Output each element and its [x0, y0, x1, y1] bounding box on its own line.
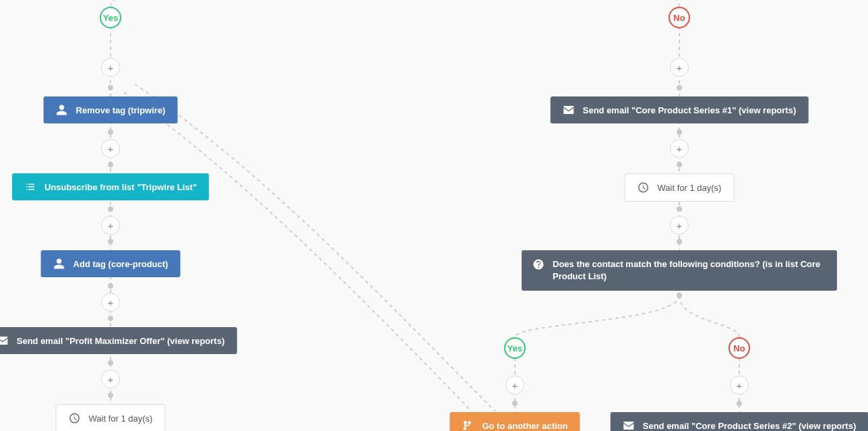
send-email-profit-node[interactable]: Send email "Profit Maximizer Offer" (vie…	[0, 327, 237, 354]
add-step-button[interactable]: +	[670, 58, 689, 77]
decision-no[interactable]: No	[669, 7, 690, 28]
question-icon	[532, 258, 545, 270]
add-step-button[interactable]: +	[670, 216, 689, 235]
decision-no[interactable]: No	[728, 337, 750, 359]
add-step-button[interactable]: +	[505, 376, 524, 395]
decision-yes[interactable]: Yes	[504, 337, 526, 359]
envelope-icon	[563, 104, 575, 116]
wait-node[interactable]: Wait for 1 day(s)	[625, 173, 735, 202]
add-step-button[interactable]: +	[101, 293, 120, 312]
send-email-2-node[interactable]: Send email "Core Product Series #2" (vie…	[611, 412, 868, 431]
clock-icon	[638, 181, 650, 194]
add-step-button[interactable]: +	[101, 139, 120, 158]
unsubscribe-node[interactable]: Unsubscribe from list "Tripwire List"	[12, 173, 209, 200]
envelope-icon	[0, 335, 9, 347]
remove-tag-label: Remove tag (tripwire)	[76, 105, 166, 115]
add-step-button[interactable]: +	[730, 376, 749, 395]
send-email-1-label: Send email "Core Product Series #1" (vie…	[583, 105, 797, 115]
decision-yes[interactable]: Yes	[100, 7, 121, 28]
add-step-button[interactable]: +	[101, 216, 120, 235]
wait-label: Wait for 1 day(s)	[658, 183, 722, 193]
add-tag-label: Add tag (core-product)	[73, 259, 168, 269]
unsubscribe-label: Unsubscribe from list "Tripwire List"	[44, 182, 197, 192]
list-icon	[24, 181, 36, 193]
condition-label: Does the contact match the following con…	[553, 258, 826, 283]
envelope-icon	[623, 420, 635, 431]
wait-label: Wait for 1 day(s)	[89, 413, 153, 424]
add-step-button[interactable]: +	[670, 139, 689, 158]
branch-icon	[462, 420, 474, 431]
send-email-profit-label: Send email "Profit Maximizer Offer" (vie…	[17, 336, 225, 346]
user-tag-icon	[53, 258, 65, 270]
add-step-button[interactable]: +	[101, 58, 120, 77]
goto-label: Go to another action	[482, 421, 567, 431]
add-step-button[interactable]: +	[101, 370, 120, 389]
clock-icon	[69, 412, 81, 424]
send-email-1-node[interactable]: Send email "Core Product Series #1" (vie…	[551, 96, 809, 123]
add-tag-node[interactable]: Add tag (core-product)	[41, 250, 181, 277]
goto-node[interactable]: Go to another action	[450, 412, 580, 431]
send-email-2-label: Send email "Core Product Series #2" (vie…	[643, 421, 857, 431]
wait-node[interactable]: Wait for 1 day(s)	[56, 404, 166, 431]
remove-tag-node[interactable]: Remove tag (tripwire)	[44, 96, 178, 123]
condition-node[interactable]: Does the contact match the following con…	[522, 250, 837, 291]
user-tag-icon	[56, 104, 68, 116]
